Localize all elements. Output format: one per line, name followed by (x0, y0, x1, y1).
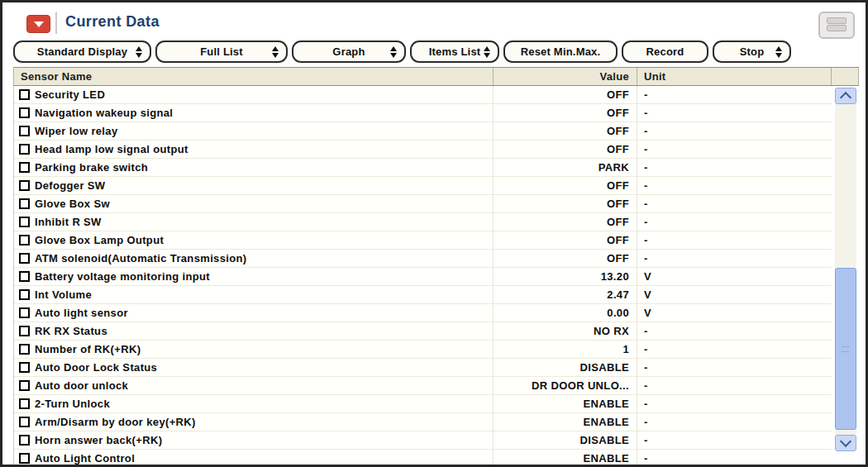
column-header-sensor-name[interactable]: Sensor Name (14, 68, 494, 85)
table-row[interactable]: Head lamp low signal outputOFF- (14, 141, 832, 159)
row-checkbox[interactable] (19, 344, 30, 355)
sensor-unit: - (637, 322, 822, 340)
table-row[interactable]: 2-Turn UnlockENABLE- (14, 395, 832, 413)
sensor-unit: - (637, 177, 822, 194)
sensor-unit: - (637, 359, 822, 376)
toolbar-button-label: Standard Display (37, 45, 127, 58)
vertical-scrollbar[interactable] (835, 88, 856, 451)
sensor-unit: - (637, 122, 822, 140)
toolbar-button-full-list[interactable]: Full List (155, 41, 288, 63)
row-checkbox[interactable] (19, 362, 30, 373)
table-row[interactable]: Defogger SWOFF- (14, 177, 832, 195)
column-header-value[interactable]: Value (494, 68, 637, 85)
table-row[interactable]: Arm/Disarm by door key(+RK)ENABLE- (14, 413, 832, 431)
row-checkbox[interactable] (19, 326, 30, 336)
sensor-name: Navigation wakeup signal (35, 104, 173, 122)
table-row[interactable]: Security LEDOFF- (14, 86, 832, 104)
row-checkbox[interactable] (19, 435, 30, 446)
row-checkbox[interactable] (19, 180, 30, 191)
sensor-value: PARK (494, 159, 637, 176)
sensor-unit: - (637, 413, 822, 431)
table-row[interactable]: Auto light sensor0.00V (14, 304, 832, 322)
toolbar-button-reset-min-max[interactable]: Reset Min.Max. (503, 41, 618, 63)
toolbar: Standard DisplayFull ListGraphItems List… (13, 41, 791, 63)
table-row[interactable]: Glove Box SwOFF- (14, 195, 832, 213)
scroll-down-button[interactable] (835, 435, 856, 451)
scrollbar-thumb[interactable] (835, 268, 856, 430)
table-row[interactable]: Navigation wakeup signalOFF- (14, 104, 832, 122)
toolbar-button-label: Graph (332, 45, 365, 58)
sensor-value: OFF (494, 177, 637, 194)
row-checkbox[interactable] (19, 307, 30, 318)
sensor-unit: - (637, 213, 822, 231)
row-checkbox[interactable] (19, 417, 30, 427)
row-checkbox[interactable] (19, 253, 30, 264)
table-row[interactable]: Battery voltage monitoring input13.20V (14, 268, 832, 286)
row-checkbox[interactable] (19, 144, 30, 155)
sensor-unit: - (637, 104, 822, 122)
sensor-unit: - (637, 159, 822, 176)
row-checkbox[interactable] (19, 89, 30, 100)
sensor-name: Head lamp low signal output (35, 141, 188, 158)
sensor-unit: V (637, 286, 822, 303)
sensor-unit: - (637, 141, 822, 158)
sensor-value: 13.20 (494, 268, 637, 285)
sensor-unit: - (637, 450, 822, 467)
table-row[interactable]: RK RX StatusNO RX- (14, 322, 832, 341)
sensor-unit: - (637, 377, 822, 394)
toolbar-button-label: Record (646, 45, 684, 58)
table-row[interactable]: Auto door unlockDR DOOR UNLO...- (14, 377, 832, 395)
sensor-value: OFF (494, 86, 637, 103)
current-data-window: Current Data Standard DisplayFull ListGr… (0, 0, 868, 467)
table-row[interactable]: Auto Door Lock StatusDISABLE- (14, 359, 832, 377)
toolbar-button-standard-display[interactable]: Standard Display (13, 41, 151, 63)
collapse-dropdown-button[interactable] (26, 15, 50, 33)
sensor-value: DR DOOR UNLO... (494, 377, 637, 394)
row-checkbox[interactable] (19, 217, 30, 227)
row-checkbox[interactable] (19, 198, 30, 209)
row-checkbox[interactable] (19, 126, 30, 136)
row-checkbox[interactable] (19, 453, 30, 464)
table-row[interactable]: Inhibit R SWOFF- (14, 213, 832, 231)
row-checkbox[interactable] (19, 235, 30, 245)
red-down-arrow-icon (34, 21, 44, 27)
sensor-name: ATM solenoid(Automatic Transmission) (35, 250, 247, 267)
sensor-value: OFF (494, 104, 637, 122)
table-row[interactable]: Horn answer back(+RK)DISABLE- (14, 431, 832, 450)
toolbar-button-stop[interactable]: Stop (713, 41, 791, 63)
row-checkbox[interactable] (19, 398, 30, 409)
sensor-value: OFF (494, 122, 637, 140)
toolbar-button-label: Reset Min.Max. (521, 45, 601, 58)
table-row[interactable]: Wiper low relayOFF- (14, 122, 832, 141)
sensor-name: Security LED (35, 86, 105, 103)
sensor-unit: - (637, 431, 822, 449)
toolbar-button-label: Stop (740, 45, 765, 58)
row-checkbox[interactable] (19, 271, 30, 282)
sensor-value: 2.47 (494, 286, 637, 303)
column-header-unit[interactable]: Unit (637, 68, 832, 85)
table-row[interactable]: Parking brake switchPARK- (14, 159, 832, 177)
up-down-arrows-icon (390, 46, 397, 58)
table-row[interactable]: ATM solenoid(Automatic Transmission)OFF- (14, 250, 832, 268)
print-button[interactable] (818, 12, 855, 39)
sensor-name: Horn answer back(+RK) (35, 431, 162, 449)
table-row[interactable]: Auto Light ControlENABLE- (14, 450, 832, 467)
toolbar-button-items-list[interactable]: Items List (410, 41, 499, 63)
table-row[interactable]: Int Volume2.47V (14, 286, 832, 304)
row-checkbox[interactable] (19, 107, 30, 118)
row-checkbox[interactable] (19, 162, 30, 173)
sensor-name: Glove Box Lamp Output (35, 231, 164, 249)
table-row[interactable]: Glove Box Lamp OutputOFF- (14, 231, 832, 250)
up-down-arrows-icon (136, 46, 142, 58)
sensor-value: DISABLE (494, 431, 637, 449)
toolbar-button-record[interactable]: Record (622, 41, 708, 63)
row-checkbox[interactable] (19, 380, 30, 391)
sensor-unit: - (637, 195, 822, 212)
row-checkbox[interactable] (19, 289, 30, 300)
scroll-up-button[interactable] (835, 88, 856, 104)
toolbar-button-graph[interactable]: Graph (292, 41, 406, 63)
column-header-stub (832, 68, 858, 85)
chevron-up-icon (840, 92, 851, 103)
up-down-arrows-icon (775, 46, 782, 58)
table-row[interactable]: Number of RK(+RK)1- (14, 341, 832, 359)
